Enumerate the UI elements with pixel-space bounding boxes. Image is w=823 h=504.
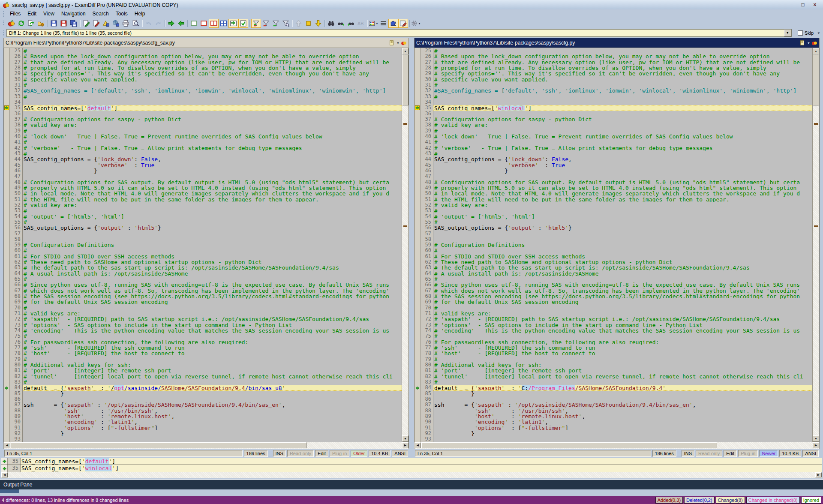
code-text[interactable]: # [433,305,812,311]
show-diffs-only-icon[interactable] [261,19,271,28]
undo-icon[interactable] [144,19,153,28]
code-text[interactable]: 'encoding' : 'latin1', [23,419,402,425]
show-options-icon[interactable] [238,19,248,28]
code-text[interactable]: # Based upon the lock_down configuration… [23,54,402,59]
code-text[interactable]: # [23,151,402,156]
edit-first-file-icon[interactable] [81,19,91,28]
code-text[interactable]: # Since python uses utf-8, running SAS w… [23,282,402,288]
code-text[interactable]: # [433,94,812,99]
menu-item-view[interactable]: View [40,10,58,18]
recompare-icon[interactable] [16,19,26,28]
second-file-path-header[interactable]: C:\Program Files\Python\Python37\Lib\sit… [414,38,820,48]
code-text[interactable]: # the HTML file will need to be put in t… [23,197,402,202]
code-text[interactable]: 'ssh' : '/usr/bin/ssh', [23,408,402,414]
code-text[interactable]: SAS_config_options = {'lock_down': False… [433,156,812,162]
code-text[interactable]: # in local mode. Note that HTML 4.0 will… [23,191,402,196]
save-all-icon[interactable] [69,19,78,28]
code-text[interactable]: 'verbose' : True [433,162,812,168]
horizontal-scroll-thumb[interactable] [11,442,306,448]
code-text[interactable]: # These need path to SASHome and optiona… [433,259,812,265]
code-text[interactable]: # [433,333,812,339]
open-files-icon[interactable] [36,19,46,28]
code-text[interactable]: # valid key are: [23,122,402,128]
code-text[interactable]: # 'encoding' - This is the python encodi… [23,328,402,333]
code-text[interactable]: # Based upon the lock_down configuration… [433,54,812,59]
redo-icon[interactable] [153,19,163,28]
print-icon[interactable] [121,19,131,28]
code-text[interactable]: # 'lock_down' - True | False. True = Pre… [23,134,402,139]
code-text[interactable]: 'host' : 'remote.linux.host', [23,414,402,419]
code-text[interactable]: # [23,139,402,145]
menu-item-help[interactable]: Help [131,10,149,18]
code-text[interactable]: SAS_output_options = {'output' : 'html5'… [433,225,812,231]
code-text[interactable]: # [433,248,812,253]
code-text[interactable]: ssh = {'saspath' : '/opt/sasinside/SASHo… [23,402,402,408]
find-prev-icon[interactable] [346,19,356,28]
settings-icon[interactable]: ▼ [411,19,421,28]
code-text[interactable]: 'encoding' : 'latin1', [433,419,812,425]
code-text[interactable]: # valid key are: [23,202,402,208]
menu-item-search[interactable]: Search [89,10,112,18]
show-matches-only-icon[interactable] [271,19,281,28]
scroll-right-icon[interactable]: ▶ [813,442,819,448]
menu-item-edit[interactable]: Edit [24,10,40,18]
code-text[interactable]: default = {'saspath' : 'C:/Program Files… [433,385,812,390]
menu-item-files[interactable]: Files [6,10,24,18]
code-text[interactable]: # 'lock_down' - True | False. True = Pre… [433,134,812,139]
code-text[interactable] [433,99,812,105]
code-text[interactable]: # 'ssh' - [REQUIRED] the ssh command to … [433,345,812,351]
scroll-right-icon[interactable]: ▶ [815,472,822,477]
code-text[interactable]: # The default path to the sas start up s… [433,265,812,270]
code-text[interactable]: # 'options' - SAS options to include in … [433,322,812,328]
code-text[interactable] [23,436,402,442]
code-text[interactable]: # [23,48,402,54]
next-diff-icon[interactable] [313,19,323,28]
code-text[interactable]: # [433,276,812,282]
code-text[interactable]: # prompted for at run time. To disallow … [433,65,812,71]
code-text[interactable]: # 'verbose' - True | False. True = Allow… [23,145,402,151]
code-text[interactable]: # which does not work well as utf-8. So,… [23,288,402,294]
code-text[interactable]: # [433,139,812,145]
code-text[interactable]: # A usual install path is: /opt/sasinsid… [23,271,402,276]
plugins-icon[interactable] [388,19,398,28]
diff-detail-row[interactable]: 35SAS_config_names=['winlocal'] [1,465,822,472]
code-text[interactable]: # Additional valid keys for ssh: [433,362,812,368]
code-text[interactable]: # valid keys are: [23,311,402,316]
code-text[interactable] [433,237,812,242]
code-text[interactable]: # 'output' = ['html5', 'html'] [433,214,812,219]
pane-compare-icon[interactable] [811,40,817,46]
code-text[interactable]: # 'options' - SAS options to include in … [23,322,402,328]
code-text[interactable]: # 'saspath' - [REQUIRED] path to SAS sta… [23,316,402,322]
show-all-lines-icon[interactable] [251,19,261,28]
code-text[interactable]: # [23,333,402,339]
minimize-button[interactable]: — [785,2,796,9]
code-text[interactable]: } [23,391,402,396]
code-text[interactable]: # specify options=''. This way it's spec… [23,71,402,76]
code-text[interactable]: # 'host' - [REQUIRED] the host to connec… [433,351,812,356]
save-second-file-icon[interactable] [59,19,69,28]
code-text[interactable]: } [433,391,812,396]
code-text[interactable] [23,174,402,179]
show-second-pane-icon[interactable] [199,19,209,28]
pane-options-dropdown-icon[interactable]: ▼ [807,42,810,45]
code-text[interactable]: # valid key are: [433,202,812,208]
pane-compare-icon[interactable] [401,40,407,46]
scroll-right-icon[interactable]: ▶ [402,442,408,448]
code-text[interactable]: # 'port' - [integer] the remote ssh port [23,368,402,373]
code-text[interactable]: # For STDIO and STDIO over SSH access me… [23,254,402,259]
first-pane-horizontal-scrollbar[interactable]: ◀ ▶ [3,442,409,449]
code-text[interactable]: } [433,431,812,436]
code-text[interactable]: # 'saspath' - [REQUIRED] path to SAS sta… [433,316,812,322]
code-text[interactable] [23,99,402,105]
code-text[interactable]: # 'ssh' - [REQUIRED] the ssh command to … [23,345,402,351]
first-file-path-header[interactable]: C:\Program Files\Python\Python37\Lib\sit… [3,38,409,48]
four-pane-icon[interactable] [219,19,228,28]
save-first-file-icon[interactable] [49,19,59,28]
code-text[interactable]: # Configuration options for saspy - pyth… [23,117,402,122]
first-pane-vertical-scrollbar[interactable]: ▲ ▼ [402,48,408,442]
code-text[interactable] [23,396,402,402]
code-text[interactable]: # A usual install path is: /opt/sasinsid… [433,271,812,276]
show-first-pane-icon[interactable] [189,19,199,28]
code-text[interactable]: # 'tunnel' - [integer] local port to ope… [23,374,402,379]
code-text[interactable] [433,396,812,402]
